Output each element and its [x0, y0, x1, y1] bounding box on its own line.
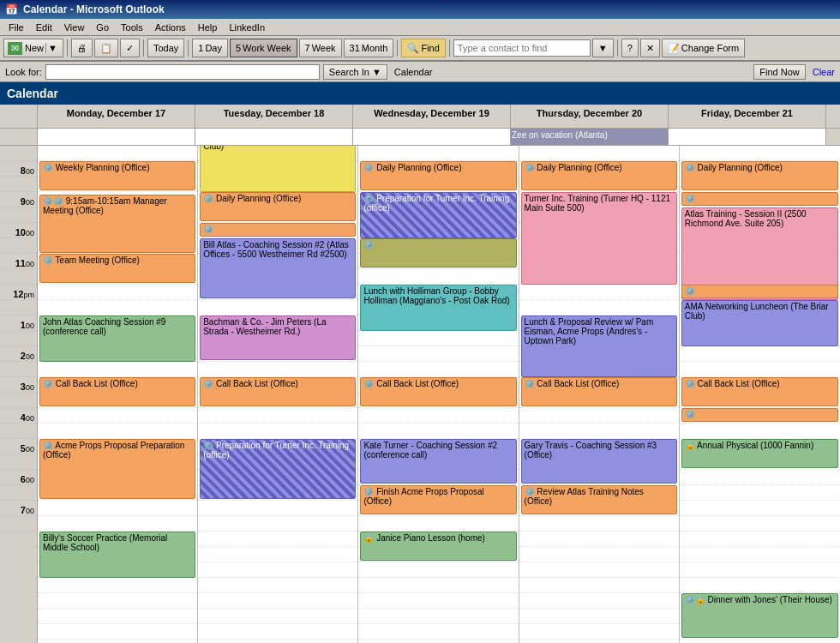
event-callb-tue[interactable]: ⚙️ Call Back List (Office) — [200, 377, 356, 406]
event-bni[interactable]: ⚙️ BNI Weekly Meeting (The Briar Club) — [200, 146, 356, 192]
event-soccer[interactable]: Billy's Soccer Practice (Memorial Middle… — [39, 532, 195, 578]
menu-edit[interactable]: Edit — [31, 21, 57, 33]
event-weekly-planning[interactable]: ⚙️ Weekly Planning (Office) — [39, 161, 195, 190]
event-daily-planning-tue[interactable]: ⚙️ Daily Planning (Office) — [200, 192, 356, 221]
menu-linkedin[interactable]: LinkedIn — [224, 21, 270, 33]
week-button[interactable]: 7 Week — [299, 39, 342, 57]
event-annual-physical[interactable]: 🔒 Annual Physical (1000 Fannin) — [681, 439, 838, 468]
work-week-button[interactable]: 5 Work Week — [230, 39, 297, 57]
event-icon: ⚙️ — [525, 163, 535, 172]
event-wed-olive[interactable]: ⚙️ — [360, 238, 516, 267]
event-icon: ⚙️ — [685, 410, 695, 419]
month-button[interactable]: 31 Month — [344, 39, 394, 57]
event-holliman[interactable]: Lunch with Holliman Group - Bobby Hollim… — [360, 285, 516, 331]
look-for-label: Look for: — [5, 67, 42, 77]
spellcheck-button[interactable]: ✓ — [120, 39, 140, 57]
allday-thu[interactable]: Zee on vacation (Atlanta) — [511, 129, 669, 145]
event-fri-icon2[interactable]: ⚙️ — [681, 285, 838, 298]
menu-go[interactable]: Go — [91, 21, 114, 33]
today-button[interactable]: Today — [147, 39, 184, 57]
event-daily-planning-wed[interactable]: ⚙️ Daily Planning (Office) — [360, 161, 516, 190]
clear-label[interactable]: Clear — [813, 67, 835, 77]
event-ama[interactable]: AMA Networking Luncheon (The Briar Club) — [681, 300, 838, 346]
event-acme-props-mon[interactable]: ⚙️ Acme Props Proposal Preparation (Offi… — [39, 439, 195, 499]
event-review-atlas[interactable]: ⚙️ Review Atlas Training Notes (Office) — [521, 485, 677, 514]
day-col-thu[interactable]: ⚙️ Daily Planning (Office) Turner Inc. T… — [519, 146, 680, 643]
event-callb-thu[interactable]: ⚙️ Call Back List (Office) — [521, 377, 677, 406]
close-find-button[interactable]: ✕ — [640, 39, 660, 57]
sep3 — [188, 39, 189, 57]
event-finish-acme[interactable]: ⚙️ Finish Acme Props Proposal (Office) — [360, 485, 516, 514]
event-john-atlas[interactable]: John Atlas Coaching Session #9 (conferen… — [39, 315, 195, 362]
event-gary-travis[interactable]: Gary Travis - Coaching Session #3 (Offic… — [521, 439, 677, 484]
event-team-meeting[interactable]: ⚙️ Team Meeting (Office) — [39, 254, 195, 283]
event-callb-fri[interactable]: ⚙️ Call Back List (Office) — [681, 377, 838, 406]
day-button[interactable]: 1 Day — [192, 39, 228, 57]
day-header-wed: Wednesday, December 19 — [353, 105, 511, 128]
title-bar: 📅 Calendar - Microsoft Outlook — [0, 0, 840, 19]
sep5 — [449, 39, 450, 57]
look-for-input[interactable] — [45, 64, 320, 80]
calendar-title: Calendar — [7, 87, 58, 100]
event-bill-atlas[interactable]: Bill Atlas - Coaching Session #2 (Atlas … — [200, 238, 356, 298]
event-icon: ⚙️ — [685, 163, 695, 172]
day-col-fri[interactable]: ⚙️ Daily Planning (Office) ⚙️ Atlas Trai… — [680, 146, 840, 643]
new-dropdown-icon[interactable]: ▼ — [45, 43, 59, 53]
sep2 — [143, 39, 144, 57]
app-title: Calendar - Microsoft Outlook — [23, 3, 165, 15]
event-icon: ⚙️ — [685, 194, 695, 203]
calendar-header: Calendar — [0, 82, 840, 105]
event-fri-icon1[interactable]: ⚙️ — [681, 192, 838, 206]
event-manager-meeting[interactable]: ⚙️⚙️ 9:15am-10:15am Manager Meeting (Off… — [39, 195, 195, 253]
day-col-wed[interactable]: ⚙️ Daily Planning (Office) ⚙️ Preparatio… — [358, 146, 519, 643]
event-kate-turner[interactable]: Kate Turner - Coaching Session #2 (confe… — [360, 439, 516, 484]
event-lunch-proposal[interactable]: Lunch & Proposal Review w/ Pam Eisman, A… — [521, 315, 677, 377]
event-callback-mon[interactable]: ⚙️ Call Back List (Office) — [39, 377, 195, 406]
day-col-tue[interactable]: ⚙️ BNI Weekly Meeting (The Briar Club) ⚙… — [198, 146, 358, 643]
event-icon: ⚙️ — [363, 487, 374, 496]
calendar-main: Monday, December 17 Tuesday, December 18… — [0, 105, 840, 643]
event-bachman[interactable]: Bachman & Co. - Jim Peters (La Strada - … — [200, 315, 356, 360]
time-12pm: 12 — [13, 289, 23, 299]
search-in-button[interactable]: Search In ▼ — [323, 64, 387, 80]
menu-view[interactable]: View — [59, 21, 90, 33]
event-icon: ⚙️ — [43, 163, 53, 172]
event-daily-planning-thu[interactable]: ⚙️ Daily Planning (Office) — [521, 161, 677, 190]
scroll-content[interactable]: 5am 600 700 800 900 1000 1100 12pm — [0, 146, 840, 643]
event-dinner-jones[interactable]: ⚙️🔒 Dinner with Jones' (Their House) — [681, 593, 838, 638]
event-icon: ⚙️ — [203, 225, 213, 234]
event-prep-turner-wed[interactable]: ⚙️ Preparation for Turner Inc. Training … — [360, 192, 516, 238]
menu-file[interactable]: File — [3, 21, 29, 33]
event-icon: ⚙️ — [203, 441, 213, 450]
find-button[interactable]: 🔍 Find — [401, 39, 445, 57]
event-fri-icon3[interactable]: ⚙️ — [681, 408, 838, 422]
time-column: 5am 600 700 800 900 1000 1100 12pm — [0, 146, 38, 643]
search-dropdown[interactable]: ▼ — [592, 39, 614, 57]
event-daily-planning-fri[interactable]: ⚙️ Daily Planning (Office) — [681, 161, 838, 190]
menu-tools[interactable]: Tools — [116, 21, 148, 33]
allday-event: Zee on vacation (Atlanta) — [512, 130, 608, 140]
help-button[interactable]: ? — [621, 39, 639, 57]
preview-button[interactable]: 📋 — [94, 39, 118, 57]
new-button[interactable]: ✉ New ▼ — [3, 39, 63, 57]
print-button[interactable]: 🖨 — [71, 39, 93, 57]
day-col-mon[interactable]: ⚙️ Weekly Planning (Office) ⚙️⚙️ 9:15am-… — [38, 146, 198, 643]
sep1 — [67, 39, 68, 57]
toolbar: ✉ New ▼ 🖨 📋 ✓ Today 1 Day 5 Work Week 7 … — [0, 36, 840, 62]
find-now-button[interactable]: Find Now — [753, 64, 805, 80]
menu-actions[interactable]: Actions — [150, 21, 191, 33]
menu-help[interactable]: Help — [193, 21, 223, 33]
event-turner-training[interactable]: Turner Inc. Training (Turner HQ - 1121 M… — [521, 192, 677, 285]
sep4 — [397, 39, 398, 57]
event-icon: ⚙️ — [43, 255, 53, 265]
event-prep-turner-tue[interactable]: ⚙️ Preparation for Turner Inc. Training … — [200, 439, 356, 499]
time-11am: 11 — [15, 258, 26, 268]
allday-mon — [38, 129, 195, 145]
event-tue-icon1[interactable]: ⚙️ — [200, 223, 356, 237]
event-callb-wed[interactable]: ⚙️ Call Back List (Office) — [360, 377, 516, 406]
event-piano[interactable]: 🔒 Janice Piano Lesson (home) — [360, 532, 516, 561]
allday-fri — [669, 129, 826, 145]
contact-search-input[interactable] — [453, 39, 591, 57]
event-icon: ⚙️ — [363, 194, 374, 203]
change-form-button[interactable]: 📝 Change Form — [662, 39, 745, 57]
